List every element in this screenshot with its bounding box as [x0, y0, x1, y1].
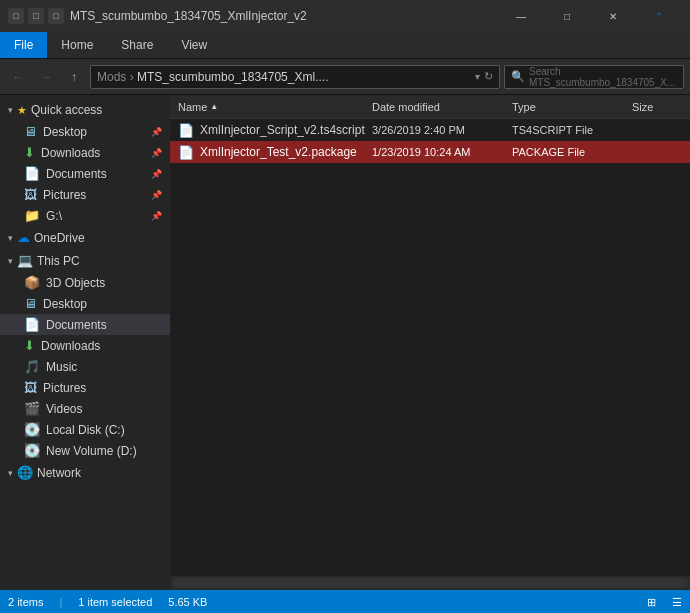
- downloads-pin-icon: 📌: [151, 148, 162, 158]
- sidebar-item-3d-objects-label: 3D Objects: [46, 276, 162, 290]
- col-header-date[interactable]: Date modified: [372, 101, 512, 113]
- refresh-button[interactable]: ↻: [484, 70, 493, 83]
- sidebar-item-3d-objects[interactable]: 📦 3D Objects: [0, 272, 170, 293]
- sidebar-item-downloads[interactable]: ⬇ Downloads 📌: [0, 142, 170, 163]
- col-header-size[interactable]: Size: [632, 101, 682, 113]
- sidebar-item-downloads-pc-label: Downloads: [41, 339, 162, 353]
- forward-button[interactable]: →: [34, 65, 58, 89]
- tab-file[interactable]: File: [0, 32, 47, 58]
- up-button[interactable]: ↑: [62, 65, 86, 89]
- sidebar-item-desktop-pc[interactable]: 🖥 Desktop: [0, 293, 170, 314]
- scrollbar-track: [172, 578, 688, 588]
- sidebar-section-onedrive[interactable]: ▾ ☁ OneDrive: [0, 226, 170, 249]
- g-drive-icon: 📁: [24, 208, 40, 223]
- local-disk-c-icon: 💽: [24, 422, 40, 437]
- sidebar-item-downloads-pc[interactable]: ⬇ Downloads: [0, 335, 170, 356]
- sidebar-section-network[interactable]: ▾ 🌐 Network: [0, 461, 170, 484]
- sidebar-item-desktop[interactable]: 🖥 Desktop 📌: [0, 121, 170, 142]
- sidebar-item-music[interactable]: 🎵 Music: [0, 356, 170, 377]
- close-button[interactable]: ✕: [590, 0, 636, 32]
- network-label: Network: [37, 466, 81, 480]
- sidebar-item-desktop-label: Desktop: [43, 125, 145, 139]
- search-box[interactable]: 🔍 Search MTS_scumbumbo_1834705_X...: [504, 65, 684, 89]
- breadcrumb-sep: ›: [130, 70, 137, 84]
- col-name-label: Name: [178, 101, 207, 113]
- onedrive-label: OneDrive: [34, 231, 85, 245]
- title-bar-system-icons: □ □ □: [8, 8, 64, 24]
- file-type-1: TS4SCRIPT File: [512, 124, 632, 136]
- col-size-label: Size: [632, 101, 653, 113]
- sidebar-item-documents-label: Documents: [46, 167, 145, 181]
- sidebar-item-desktop-pc-label: Desktop: [43, 297, 162, 311]
- quick-access-chevron-icon: ▾: [8, 105, 13, 115]
- quick-access-star-icon: ★: [17, 104, 27, 117]
- music-icon: 🎵: [24, 359, 40, 374]
- col-header-type[interactable]: Type: [512, 101, 632, 113]
- column-headers: Name ▲ Date modified Type Size: [170, 95, 690, 119]
- tab-home[interactable]: Home: [47, 32, 107, 58]
- sidebar-item-new-volume-d[interactable]: 💽 New Volume (D:): [0, 440, 170, 461]
- title-bar-icon-3: □: [48, 8, 64, 24]
- sidebar-item-local-disk-c[interactable]: 💽 Local Disk (C:): [0, 419, 170, 440]
- sidebar-item-documents-pc[interactable]: 📄 Documents: [0, 314, 170, 335]
- sidebar-section-quick-access[interactable]: ▾ ★ Quick access: [0, 99, 170, 121]
- breadcrumb-mods: Mods: [97, 70, 126, 84]
- sidebar-item-videos[interactable]: 🎬 Videos: [0, 398, 170, 419]
- sidebar-item-music-label: Music: [46, 360, 162, 374]
- documents-pc-icon: 📄: [24, 317, 40, 332]
- sidebar-item-pictures-pc[interactable]: 🖼 Pictures: [0, 377, 170, 398]
- breadcrumb-text: Mods › MTS_scumbumbo_1834705_Xml....: [97, 70, 471, 84]
- title-bar-icon-2: □: [28, 8, 44, 24]
- view-icon-list[interactable]: ☰: [672, 596, 682, 609]
- maximize-button[interactable]: □: [544, 0, 590, 32]
- col-date-label: Date modified: [372, 101, 440, 113]
- file-name-2: XmlInjector_Test_v2.package: [200, 145, 372, 159]
- main-layout: ▾ ★ Quick access 🖥 Desktop 📌 ⬇ Downloads…: [0, 95, 690, 590]
- file-name-1: XmlInjector_Script_v2.ts4script: [200, 123, 372, 137]
- address-chevron-icon[interactable]: ▾: [475, 71, 480, 82]
- tab-view[interactable]: View: [167, 32, 221, 58]
- address-box[interactable]: Mods › MTS_scumbumbo_1834705_Xml.... ▾ ↻: [90, 65, 500, 89]
- horizontal-scrollbar[interactable]: [170, 576, 690, 590]
- status-selected: 1 item selected: [78, 596, 152, 608]
- status-item-count: 2 items: [8, 596, 43, 608]
- sidebar-item-g-drive[interactable]: 📁 G:\ 📌: [0, 205, 170, 226]
- breadcrumb-current: MTS_scumbumbo_1834705_Xml....: [137, 70, 328, 84]
- view-icon-grid[interactable]: ⊞: [647, 596, 656, 609]
- window-controls: — □ ✕ ⌃: [498, 0, 682, 32]
- ribbon-tabs: File Home Share View: [0, 32, 690, 58]
- tab-share[interactable]: Share: [107, 32, 167, 58]
- pictures-icon: 🖼: [24, 187, 37, 202]
- back-button[interactable]: ←: [6, 65, 30, 89]
- file-list: 📄 XmlInjector_Script_v2.ts4script 3/26/2…: [170, 119, 690, 576]
- col-header-name[interactable]: Name ▲: [178, 101, 372, 113]
- title-bar-icon-1: □: [8, 8, 24, 24]
- file-date-1: 3/26/2019 2:40 PM: [372, 124, 512, 136]
- downloads-icon: ⬇: [24, 145, 35, 160]
- sidebar-item-pictures-pc-label: Pictures: [43, 381, 162, 395]
- this-pc-icon: 💻: [17, 253, 33, 268]
- content-area: Name ▲ Date modified Type Size 📄 XmlInje…: [170, 95, 690, 590]
- g-drive-pin-icon: 📌: [151, 211, 162, 221]
- sidebar-item-pictures[interactable]: 🖼 Pictures 📌: [0, 184, 170, 205]
- status-bar: 2 items | 1 item selected 5.65 KB ⊞ ☰: [0, 590, 690, 613]
- pin-button[interactable]: ⌃: [636, 0, 682, 32]
- desktop-pc-icon: 🖥: [24, 296, 37, 311]
- sidebar-item-documents[interactable]: 📄 Documents 📌: [0, 163, 170, 184]
- minimize-button[interactable]: —: [498, 0, 544, 32]
- sidebar-item-documents-pc-label: Documents: [46, 318, 162, 332]
- file-icon-1: 📄: [178, 123, 194, 138]
- sidebar-section-this-pc[interactable]: ▾ 💻 This PC: [0, 249, 170, 272]
- sort-asc-icon: ▲: [210, 102, 218, 111]
- this-pc-label: This PC: [37, 254, 80, 268]
- table-row[interactable]: 📄 XmlInjector_Script_v2.ts4script 3/26/2…: [170, 119, 690, 141]
- window-title: MTS_scumbumbo_1834705_XmlInjector_v2: [70, 9, 492, 23]
- sidebar-item-pictures-label: Pictures: [43, 188, 145, 202]
- pictures-pc-icon: 🖼: [24, 380, 37, 395]
- documents-pin-icon: 📌: [151, 169, 162, 179]
- table-row[interactable]: 📄 XmlInjector_Test_v2.package 1/23/2019 …: [170, 141, 690, 163]
- sidebar-item-new-volume-d-label: New Volume (D:): [46, 444, 162, 458]
- documents-icon: 📄: [24, 166, 40, 181]
- file-type-2: PACKAGE File: [512, 146, 632, 158]
- this-pc-chevron-icon: ▾: [8, 256, 13, 266]
